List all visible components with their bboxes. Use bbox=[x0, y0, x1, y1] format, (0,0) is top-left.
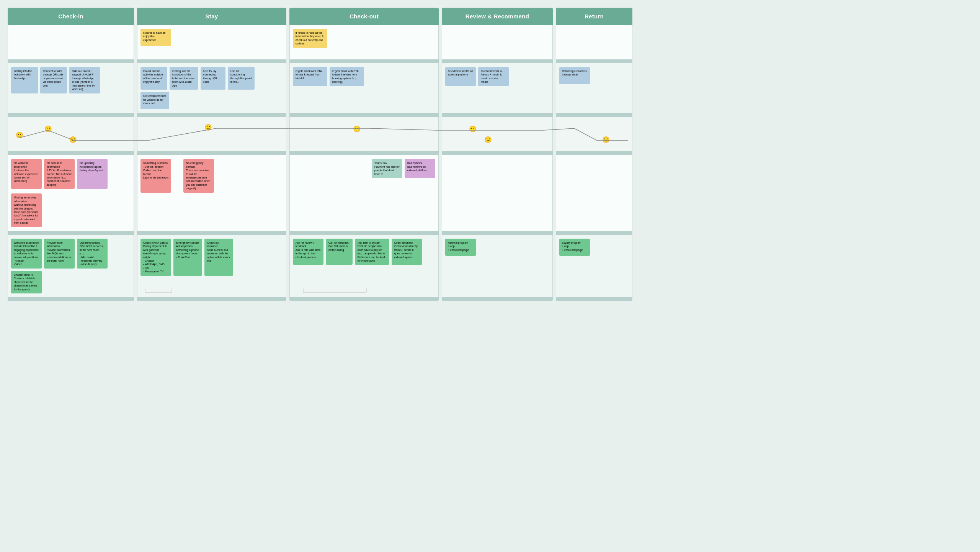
emotion-emoji-return: 😕 bbox=[602, 136, 610, 143]
stay-pain-2: No emergency contactThere is no number t… bbox=[183, 159, 214, 193]
checkout-oppo-4: Direct feedbackGet reviews directly from… bbox=[392, 239, 422, 265]
checkout-oppo: Ask for review / feedbackAsk to rate wit… bbox=[289, 235, 439, 297]
checkout-pains: Tourist TaxPayment has also for people t… bbox=[289, 155, 439, 231]
divider-1 bbox=[8, 59, 972, 63]
review-emotion: 😐 😕 bbox=[442, 117, 553, 151]
stay-action-4: Use air conditioning through this panel … bbox=[228, 67, 255, 90]
review-pains bbox=[442, 155, 553, 231]
header-row: Check-in Stay Check-out Review & Recomme… bbox=[8, 8, 972, 25]
stay-goal: it wants to have an enjoyable experience bbox=[137, 25, 286, 59]
checkin-oppo-2: Provide more informationProvide informat… bbox=[44, 239, 75, 269]
checkout-goal-note: it needs to have all the information the… bbox=[293, 29, 327, 48]
checkout-pain-2: Bad reviewsBad reviews on external platf… bbox=[405, 159, 435, 178]
stay-goal-note: it wants to have an enjoyable experience bbox=[140, 29, 171, 46]
checkin-oppo: Welcome experienceInclude interactive / … bbox=[8, 235, 134, 297]
checkout-goal: it needs to have all the information the… bbox=[289, 25, 439, 59]
bracket-svg-checkout bbox=[297, 287, 382, 294]
checkout-pain-1: Tourist TaxPayment has also for people t… bbox=[372, 159, 402, 178]
checkin-pain-2: No access to informationIf TV is off, cu… bbox=[44, 159, 75, 189]
checkin-emotion: 😐 🙂 😕 bbox=[8, 117, 134, 151]
divider-2 bbox=[8, 113, 972, 117]
checkin-actions: Getting into the lockdown with Justin Ap… bbox=[8, 63, 134, 113]
return-pains bbox=[556, 155, 632, 231]
oppo-row: Welcome experienceInclude interactive / … bbox=[8, 235, 972, 297]
emotion-emoji-review-1: 😐 bbox=[469, 125, 477, 133]
checkin-oppo-3: Upselling optionsOffer hotel services, i… bbox=[77, 239, 108, 269]
return-emotion: 😕 bbox=[556, 117, 632, 151]
checkin-action-3: Talk to customer support of Hotel R thro… bbox=[69, 67, 100, 93]
stay-oppo-3: Check out reminderSend a check out remin… bbox=[204, 239, 233, 276]
bracket-svg-stay bbox=[141, 287, 180, 294]
return-header: Return bbox=[556, 8, 632, 25]
checkin-pains: No welcome experienceIt misses the welco… bbox=[8, 155, 134, 231]
return-goal bbox=[556, 25, 632, 59]
checkout-emotion: 😐 bbox=[289, 117, 439, 151]
checkin-action-2: Connect to WiFi through QR code or passw… bbox=[40, 67, 67, 93]
goal-row: it wants to have an enjoyable experience… bbox=[8, 25, 972, 59]
checkout-oppo-3: Add filter to systemExclude people who d… bbox=[355, 239, 389, 265]
pain-row: No welcome experienceIt misses the welco… bbox=[8, 155, 972, 231]
checkin-goal bbox=[8, 25, 134, 59]
emotion-emoji-stay: 🙂 bbox=[204, 124, 212, 131]
emotion-emoji-review-2: 😕 bbox=[484, 136, 492, 143]
stay-actions: Go out and do activities outside of the … bbox=[137, 63, 286, 113]
review-header: Review & Recommend bbox=[442, 8, 553, 25]
review-oppo-1: Referral program+ app+ email campaign bbox=[445, 239, 476, 256]
canvas: Check-in Stay Check-out Review & Recomme… bbox=[0, 0, 980, 552]
emotion-emoji-checkin-1: 😐 bbox=[16, 131, 23, 139]
emotion-emoji-checkout: 😐 bbox=[353, 125, 361, 133]
stay-action-2: Getting into the front door of the hotel… bbox=[170, 67, 198, 90]
stay-action-1: Go out and do activities outside of the … bbox=[140, 67, 167, 90]
divider-3 bbox=[8, 151, 972, 155]
stay-action-3: Use TV, by connecting through QR code bbox=[201, 67, 225, 90]
stay-pains: Something is brokenTV is off / brokenCof… bbox=[137, 155, 286, 231]
checkout-pain-notes: Tourist TaxPayment has also for people t… bbox=[372, 159, 435, 178]
emotion-row: 😐 🙂 😕 🙂 😐 😐 😕 😕 bbox=[8, 117, 972, 151]
review-actions: C reviews Hotel R on external platform C… bbox=[442, 63, 553, 113]
checkout-action-2: C gets email with CTA to rate & review f… bbox=[330, 67, 364, 86]
stay-oppo: Check in with guestsDuring stay check in… bbox=[137, 235, 286, 297]
actions-row: Getting into the lockdown with Justin Ap… bbox=[8, 63, 972, 113]
return-oppo: Loyalty program+ app+ email campaign bbox=[556, 235, 632, 297]
divider-bottom bbox=[8, 297, 972, 301]
checkout-header: Check-out bbox=[289, 8, 439, 25]
stay-oppo-2: Emergency contactActual person answering… bbox=[173, 239, 202, 276]
emotion-emoji-checkin-2: 🙂 bbox=[44, 125, 52, 133]
checkin-pain-1: No welcome experienceIt misses the welco… bbox=[11, 159, 42, 189]
return-action-1: Returning customers through email bbox=[559, 67, 590, 84]
review-oppo: Referral program+ app+ email campaign bbox=[442, 235, 553, 297]
divider-4 bbox=[8, 231, 972, 235]
review-goal bbox=[442, 25, 553, 59]
checkin-action-1: Getting into the lockdown with Justin Ap… bbox=[11, 67, 38, 93]
checkout-oppo-2: Call for feedbackCall C if under a certa… bbox=[326, 239, 353, 265]
checkin-pain-4: Missing enhancing informationWithout int… bbox=[11, 193, 42, 227]
stay-oppo-1: Check in with guestsDuring stay check in… bbox=[140, 239, 171, 276]
emotion-emoji-checkin-3: 😕 bbox=[69, 136, 77, 143]
return-oppo-1: Loyalty program+ app+ email campaign bbox=[559, 239, 590, 256]
stay-action-5: Get email reminder for what to do for ch… bbox=[140, 92, 169, 109]
checkin-oppo-4: Chatbot Hotel RCreate a relatable charac… bbox=[11, 271, 42, 293]
checkin-oppo-1: Welcome experienceInclude interactive / … bbox=[11, 239, 42, 269]
checkout-action-1: C gets email with CTA to rate & review f… bbox=[293, 67, 327, 86]
checkout-actions: C gets email with CTA to rate & review f… bbox=[289, 63, 439, 113]
stay-header: Stay bbox=[137, 8, 286, 25]
checkout-oppo-1: Ask for review / feedbackAsk to rate wit… bbox=[293, 239, 323, 265]
checkin-header: Check-in bbox=[8, 8, 134, 25]
arrow-indicator: → bbox=[173, 159, 181, 193]
review-action-1: C reviews Hotel R on external platform bbox=[445, 67, 476, 86]
return-actions: Returning customers through email bbox=[556, 63, 632, 113]
review-action-2: C recommends to friends + mouth to mouth… bbox=[478, 67, 509, 86]
stay-emotion: 🙂 bbox=[137, 117, 286, 151]
stay-pain-1: Something is brokenTV is off / brokenCof… bbox=[140, 159, 171, 193]
checkin-pain-3: No upsellingno option to upsell during s… bbox=[77, 159, 108, 189]
